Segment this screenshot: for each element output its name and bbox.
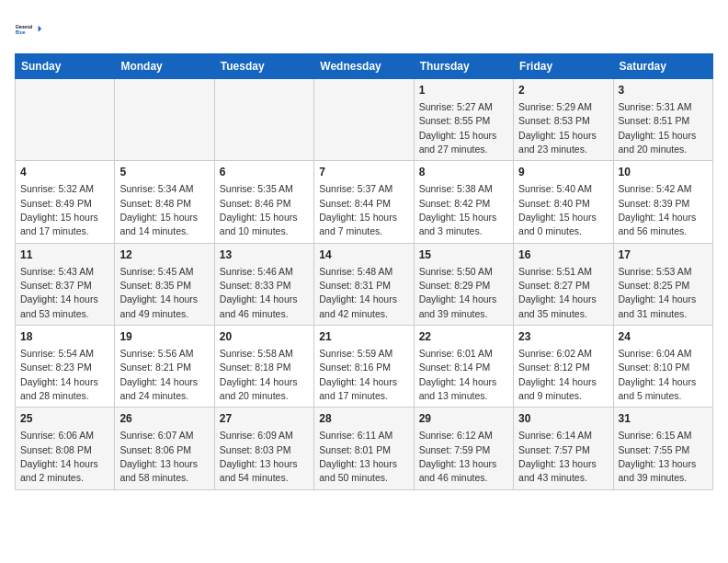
calendar-cell: 9Sunrise: 5:40 AMSunset: 8:40 PMDaylight… — [514, 161, 613, 243]
day-info: Sunrise: 5:29 AMSunset: 8:53 PMDaylight:… — [518, 101, 597, 155]
day-number: 23 — [518, 329, 608, 345]
calendar-cell: 6Sunrise: 5:35 AMSunset: 8:46 PMDaylight… — [214, 161, 313, 243]
calendar-cell: 17Sunrise: 5:53 AMSunset: 8:25 PMDayligh… — [613, 243, 712, 325]
day-info: Sunrise: 5:38 AMSunset: 8:42 PMDaylight:… — [419, 183, 497, 236]
calendar-cell: 5Sunrise: 5:34 AMSunset: 8:48 PMDaylight… — [115, 161, 214, 243]
day-number: 16 — [518, 247, 608, 263]
calendar-week-4: 18Sunrise: 5:54 AMSunset: 8:23 PMDayligh… — [16, 326, 713, 408]
day-info: Sunrise: 5:31 AMSunset: 8:51 PMDaylight:… — [619, 101, 697, 155]
calendar-cell — [214, 79, 313, 161]
day-number: 22 — [419, 329, 508, 345]
calendar-cell — [16, 79, 115, 161]
calendar-cell: 26Sunrise: 6:07 AMSunset: 8:06 PMDayligh… — [115, 408, 214, 489]
day-info: Sunrise: 5:46 AMSunset: 8:33 PMDaylight:… — [220, 266, 298, 319]
day-info: Sunrise: 5:42 AMSunset: 8:39 PMDaylight:… — [619, 183, 697, 236]
day-number: 6 — [220, 165, 309, 180]
logo-icon: GeneralBlue — [15, 15, 44, 44]
calendar-cell: 13Sunrise: 5:46 AMSunset: 8:33 PMDayligh… — [214, 243, 313, 325]
calendar-cell: 3Sunrise: 5:31 AMSunset: 8:51 PMDaylight… — [613, 79, 712, 161]
day-number: 30 — [518, 411, 608, 427]
calendar-cell: 8Sunrise: 5:38 AMSunset: 8:42 PMDaylight… — [414, 161, 513, 243]
calendar-cell: 16Sunrise: 5:51 AMSunset: 8:27 PMDayligh… — [514, 243, 613, 325]
calendar-table: SundayMondayTuesdayWednesdayThursdayFrid… — [15, 53, 713, 490]
header-tuesday: Tuesday — [214, 54, 313, 79]
day-info: Sunrise: 6:09 AMSunset: 8:03 PMDaylight:… — [220, 430, 298, 483]
day-info: Sunrise: 5:51 AMSunset: 8:27 PMDaylight:… — [518, 266, 597, 319]
calendar-cell: 18Sunrise: 5:54 AMSunset: 8:23 PMDayligh… — [16, 326, 115, 408]
calendar-cell: 10Sunrise: 5:42 AMSunset: 8:39 PMDayligh… — [613, 161, 712, 243]
day-number: 4 — [20, 165, 109, 180]
day-number: 13 — [220, 247, 309, 263]
day-number: 10 — [619, 165, 708, 180]
day-number: 8 — [419, 165, 508, 180]
calendar-header-row: SundayMondayTuesdayWednesdayThursdayFrid… — [16, 54, 713, 79]
day-number: 9 — [518, 165, 608, 180]
day-number: 12 — [119, 247, 209, 263]
day-info: Sunrise: 6:07 AMSunset: 8:06 PMDaylight:… — [119, 430, 198, 483]
calendar-cell: 12Sunrise: 5:45 AMSunset: 8:35 PMDayligh… — [115, 243, 214, 325]
calendar-cell: 19Sunrise: 5:56 AMSunset: 8:21 PMDayligh… — [115, 326, 214, 408]
calendar-cell: 29Sunrise: 6:12 AMSunset: 7:59 PMDayligh… — [414, 408, 513, 489]
logo: GeneralBlue — [15, 15, 44, 44]
day-number: 21 — [319, 329, 408, 345]
calendar-cell: 2Sunrise: 5:29 AMSunset: 8:53 PMDaylight… — [514, 79, 613, 161]
header-sunday: Sunday — [16, 54, 115, 79]
day-info: Sunrise: 5:32 AMSunset: 8:49 PMDaylight:… — [20, 183, 98, 236]
header-saturday: Saturday — [613, 54, 712, 79]
day-number: 15 — [419, 247, 508, 263]
calendar-cell: 28Sunrise: 6:11 AMSunset: 8:01 PMDayligh… — [314, 408, 414, 489]
day-info: Sunrise: 5:48 AMSunset: 8:31 PMDaylight:… — [319, 266, 397, 319]
day-number: 17 — [619, 247, 708, 263]
day-number: 19 — [119, 329, 209, 345]
header-monday: Monday — [115, 54, 214, 79]
calendar-cell: 1Sunrise: 5:27 AMSunset: 8:55 PMDaylight… — [414, 79, 513, 161]
calendar-cell: 27Sunrise: 6:09 AMSunset: 8:03 PMDayligh… — [214, 408, 313, 489]
day-info: Sunrise: 5:40 AMSunset: 8:40 PMDaylight:… — [518, 183, 597, 236]
day-number: 28 — [319, 411, 408, 427]
calendar-cell: 22Sunrise: 6:01 AMSunset: 8:14 PMDayligh… — [414, 326, 513, 408]
day-number: 24 — [619, 329, 708, 345]
calendar-cell: 25Sunrise: 6:06 AMSunset: 8:08 PMDayligh… — [16, 408, 115, 489]
day-info: Sunrise: 5:35 AMSunset: 8:46 PMDaylight:… — [220, 183, 298, 236]
day-info: Sunrise: 6:02 AMSunset: 8:12 PMDaylight:… — [518, 348, 597, 401]
day-number: 14 — [319, 247, 408, 263]
calendar-cell: 30Sunrise: 6:14 AMSunset: 7:57 PMDayligh… — [514, 408, 613, 489]
day-info: Sunrise: 6:04 AMSunset: 8:10 PMDaylight:… — [619, 348, 697, 401]
svg-marker-2 — [39, 26, 42, 32]
day-info: Sunrise: 5:56 AMSunset: 8:21 PMDaylight:… — [119, 348, 198, 401]
calendar-cell: 15Sunrise: 5:50 AMSunset: 8:29 PMDayligh… — [414, 243, 513, 325]
calendar-cell: 14Sunrise: 5:48 AMSunset: 8:31 PMDayligh… — [314, 243, 414, 325]
header-friday: Friday — [514, 54, 613, 79]
calendar-cell: 23Sunrise: 6:02 AMSunset: 8:12 PMDayligh… — [514, 326, 613, 408]
day-number: 25 — [20, 411, 109, 427]
calendar-cell — [115, 79, 214, 161]
day-info: Sunrise: 5:27 AMSunset: 8:55 PMDaylight:… — [419, 101, 497, 155]
day-number: 5 — [119, 165, 209, 180]
day-number: 7 — [319, 165, 408, 180]
day-info: Sunrise: 5:54 AMSunset: 8:23 PMDaylight:… — [20, 348, 98, 401]
day-number: 2 — [518, 83, 608, 98]
day-info: Sunrise: 5:58 AMSunset: 8:18 PMDaylight:… — [220, 348, 298, 401]
day-info: Sunrise: 5:43 AMSunset: 8:37 PMDaylight:… — [20, 266, 98, 319]
calendar-cell: 4Sunrise: 5:32 AMSunset: 8:49 PMDaylight… — [16, 161, 115, 243]
calendar-cell: 11Sunrise: 5:43 AMSunset: 8:37 PMDayligh… — [16, 243, 115, 325]
day-info: Sunrise: 5:59 AMSunset: 8:16 PMDaylight:… — [319, 348, 397, 401]
day-number: 27 — [220, 411, 309, 427]
day-info: Sunrise: 5:53 AMSunset: 8:25 PMDaylight:… — [619, 266, 697, 319]
day-number: 29 — [419, 411, 508, 427]
page-header: GeneralBlue — [15, 15, 713, 44]
day-info: Sunrise: 5:37 AMSunset: 8:44 PMDaylight:… — [319, 183, 397, 236]
calendar-week-1: 1Sunrise: 5:27 AMSunset: 8:55 PMDaylight… — [16, 79, 713, 161]
day-number: 11 — [20, 247, 109, 263]
calendar-cell: 20Sunrise: 5:58 AMSunset: 8:18 PMDayligh… — [214, 326, 313, 408]
calendar-cell: 24Sunrise: 6:04 AMSunset: 8:10 PMDayligh… — [613, 326, 712, 408]
day-info: Sunrise: 5:34 AMSunset: 8:48 PMDaylight:… — [119, 183, 198, 236]
calendar-cell: 7Sunrise: 5:37 AMSunset: 8:44 PMDaylight… — [314, 161, 414, 243]
day-info: Sunrise: 6:12 AMSunset: 7:59 PMDaylight:… — [419, 430, 497, 483]
day-number: 31 — [619, 411, 708, 427]
day-number: 20 — [220, 329, 309, 345]
day-info: Sunrise: 5:45 AMSunset: 8:35 PMDaylight:… — [119, 266, 198, 319]
calendar-week-3: 11Sunrise: 5:43 AMSunset: 8:37 PMDayligh… — [16, 243, 713, 325]
day-number: 18 — [20, 329, 109, 345]
day-info: Sunrise: 6:15 AMSunset: 7:55 PMDaylight:… — [619, 430, 697, 483]
